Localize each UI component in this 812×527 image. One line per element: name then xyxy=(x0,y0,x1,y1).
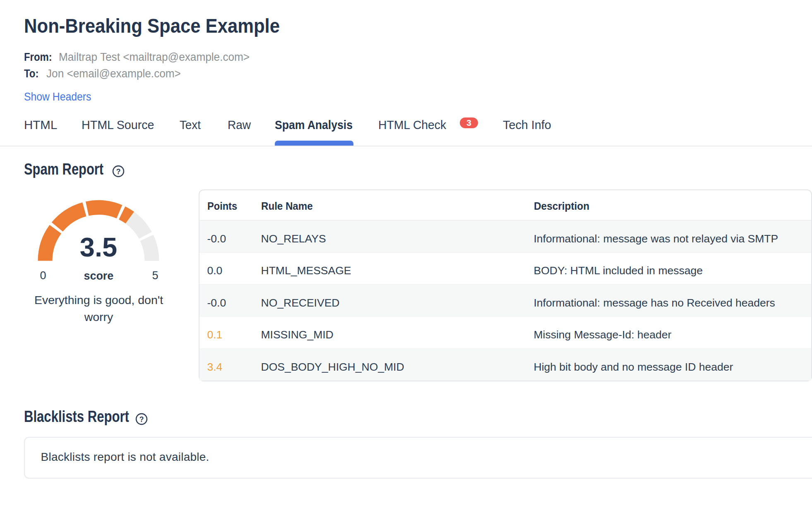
svg-text:?: ? xyxy=(116,168,121,176)
svg-text:?: ? xyxy=(139,415,144,423)
